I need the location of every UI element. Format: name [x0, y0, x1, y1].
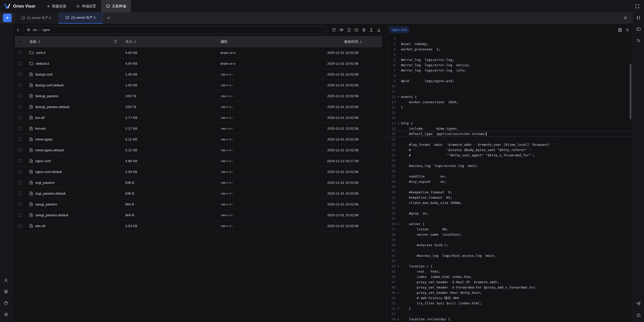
breadcrumb-item-etc[interactable]: etc	[33, 28, 37, 32]
code-line[interactable]: 19 default_type application/octet-stream…	[387, 131, 633, 137]
file-row[interactable]: nginx.conf.default2.59 KB-rw-r--r--2020-…	[15, 166, 382, 177]
file-name[interactable]: fastcgi_params.default	[35, 105, 69, 109]
row-checkbox[interactable]	[15, 62, 26, 65]
file-name[interactable]: fastcgi.conf	[35, 73, 52, 76]
fold-chevron-icon[interactable]: ∨	[395, 121, 401, 126]
file-row[interactable]: mime.types.default5.11 KB-rw-r--r--2020-…	[15, 145, 382, 156]
code-line[interactable]: 51 try_files $uri $uri/ /index.html;	[387, 301, 633, 306]
tab-server-1[interactable]: (1) server-生产-1	[14, 12, 59, 24]
code-line[interactable]: 40 #charset koi8-r;	[387, 242, 633, 248]
file-row[interactable]: win-utf3.53 KB-rw-r--r--2020-11-01 10:02…	[15, 221, 382, 231]
fold-chevron-icon[interactable]: ∨	[395, 94, 401, 99]
code-line[interactable]: 45 root html;	[387, 269, 633, 274]
code-line[interactable]: 6#error_log logs/error.log notice;	[387, 62, 633, 68]
variables-braces-icon[interactable]: {}	[636, 16, 641, 20]
file-row[interactable]: default.d4.00 KBdrwxr-xr-x2020-11-01 10:…	[15, 58, 382, 69]
code-line[interactable]: 44∨ location / {	[387, 264, 633, 269]
file-name[interactable]: koi-utf	[35, 116, 45, 120]
row-checkbox[interactable]	[15, 170, 26, 173]
code-line[interactable]: 5#error_log logs/error.log;	[387, 57, 633, 62]
file-row[interactable]: fastcgi_params.default1007 B-rw-r--r--20…	[15, 101, 382, 112]
file-name[interactable]: fastcgi_params	[35, 94, 58, 98]
directory-list-icon[interactable]	[26, 27, 31, 32]
file-name[interactable]: fastcgi.conf.default	[35, 83, 64, 87]
file-row[interactable]: conf.d4.00 KBdrwxr-xr-x2020-11-01 10:02:…	[15, 47, 382, 58]
close-editor-icon[interactable]	[626, 28, 629, 32]
menu-terminal-settings[interactable]: 终端设置	[71, 0, 101, 12]
fold-chevron-icon[interactable]: ∨	[395, 221, 401, 227]
row-checkbox[interactable]	[15, 202, 26, 206]
code-line[interactable]: 52∨ }	[387, 306, 633, 311]
file-name[interactable]: conf.d	[36, 51, 45, 55]
code-line[interactable]: 49∨ proxy_set_header Host $http_host;	[387, 290, 633, 295]
row-checkbox[interactable]	[15, 137, 26, 141]
code-line[interactable]: 26	[387, 168, 633, 174]
code-line[interactable]: 3worker_processes 1;	[387, 47, 633, 52]
fold-chevron-icon[interactable]: ∨	[395, 316, 401, 322]
row-checkbox[interactable]	[15, 213, 26, 217]
row-checkbox[interactable]	[15, 94, 26, 98]
code-line[interactable]: 32 client_max_body_size 1048m;	[387, 200, 633, 205]
row-checkbox[interactable]	[15, 192, 26, 195]
upload-icon[interactable]	[368, 27, 375, 33]
file-row[interactable]: fastcgi.conf.default1.05 KB-rw-r--r--202…	[15, 80, 382, 91]
code-editor[interactable]: 12#user nobody;3worker_processes 1;45#er…	[387, 36, 633, 322]
code-line[interactable]: 13 worker_connections 1024;	[387, 99, 633, 105]
code-line[interactable]: 53	[387, 311, 633, 316]
code-line[interactable]: 31 keepalive_timeout 65;	[387, 195, 633, 200]
export-box-icon[interactable]	[636, 313, 641, 317]
code-line[interactable]: 36∨ server {	[387, 221, 633, 227]
code-line[interactable]: 48 proxy_set_header X-Forwarded-For $pro…	[387, 285, 633, 290]
code-line[interactable]: 8	[387, 73, 633, 78]
file-row[interactable]: mime.types5.11 KB-rw-r--r--2020-11-01 10…	[15, 134, 382, 145]
row-checkbox[interactable]	[15, 105, 26, 109]
code-line[interactable]: 37 listen 80;	[387, 227, 633, 232]
close-panel-button[interactable]	[618, 16, 633, 20]
code-line[interactable]: 9#pid logs/nginx.pid;	[387, 78, 633, 84]
file-name[interactable]: uwsgi_params.default	[35, 213, 68, 217]
code-line[interactable]: 10	[387, 84, 633, 89]
side-panel-icon[interactable]	[636, 27, 641, 31]
row-checkbox[interactable]	[15, 127, 26, 130]
code-line[interactable]: 34 #gzip on;	[387, 211, 633, 216]
file-name[interactable]: koi-win	[35, 127, 46, 130]
code-line[interactable]: 15	[387, 110, 633, 115]
code-line[interactable]: 33	[387, 205, 633, 211]
file-row[interactable]: koi-win2.17 KB-rw-r--r--2020-11-01 10:02…	[15, 123, 382, 134]
new-tab-button[interactable]	[103, 16, 114, 20]
user-icon[interactable]	[4, 278, 8, 283]
show-hidden-eye-icon[interactable]	[338, 26, 345, 33]
download-icon[interactable]	[376, 27, 382, 33]
code-line[interactable]: 43	[387, 258, 633, 264]
file-name[interactable]: nginx.conf.default	[35, 170, 62, 174]
row-checkbox[interactable]	[15, 116, 26, 119]
code-line[interactable]: 2#user nobody;	[387, 41, 633, 47]
breadcrumb-item-nginx[interactable]: nginx	[42, 28, 50, 32]
select-all-checkbox[interactable]	[15, 40, 26, 44]
column-header-name[interactable]: 名称	[26, 40, 125, 44]
code-line[interactable]: 27 sendfile on;	[387, 174, 633, 179]
row-checkbox[interactable]	[15, 73, 26, 76]
new-file-icon[interactable]	[346, 27, 352, 33]
file-row[interactable]: koi-utf2.77 KB-rw-r--r--2020-11-01 10:02…	[15, 112, 382, 123]
tab-server-2[interactable]: (2) server-生产-1	[59, 12, 103, 24]
code-line[interactable]: 17∨http {	[387, 121, 633, 126]
code-line[interactable]: 50 # web history 模式 404	[387, 295, 633, 301]
command-icon[interactable]: ⌘	[4, 290, 8, 294]
code-line[interactable]: 16	[387, 115, 633, 121]
new-connection-button[interactable]	[3, 14, 12, 22]
file-name[interactable]: uwsgi_params	[35, 202, 57, 206]
column-header-size[interactable]: 大小	[125, 40, 220, 44]
code-line[interactable]: 12∨events {	[387, 94, 633, 99]
file-row[interactable]: uwsgi_params.default664 B-rw-r--r--2020-…	[15, 210, 382, 221]
file-name[interactable]: mime.types	[35, 137, 53, 141]
column-header-mtime[interactable]: 修改时间	[326, 40, 382, 44]
row-checkbox[interactable]	[15, 159, 26, 163]
row-checkbox[interactable]	[15, 51, 26, 54]
file-name[interactable]: scgi_params	[35, 181, 55, 185]
file-row[interactable]: uwsgi_params664 B-rw-r--r--2020-11-01 10…	[15, 199, 382, 210]
column-header-attrs[interactable]: 属性	[220, 40, 326, 44]
file-row[interactable]: scgi_params636 B-rw-r--r--2020-11-01 10:…	[15, 177, 382, 188]
row-checkbox[interactable]	[15, 224, 26, 228]
code-line[interactable]: 11	[387, 89, 633, 94]
